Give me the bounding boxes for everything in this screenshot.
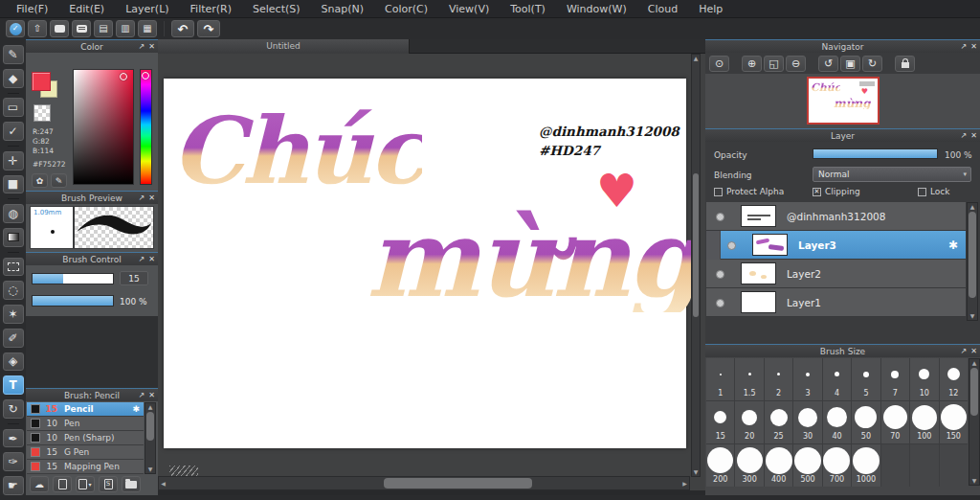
fit-screen-button[interactable]: ◱ xyxy=(764,56,784,72)
brush-size-option[interactable]: 700 xyxy=(823,444,851,487)
scroll-down-icon[interactable]: ▼ xyxy=(968,312,977,320)
palette-button[interactable]: ✿ xyxy=(32,173,48,188)
scroll-thumb[interactable] xyxy=(970,368,978,416)
brush-size-value[interactable]: 15 xyxy=(120,271,148,285)
magic-wand-tool[interactable]: ✶ xyxy=(3,305,24,324)
blending-dropdown[interactable]: Normal ▾ xyxy=(813,167,971,182)
menu-edit[interactable]: Edit(E) xyxy=(58,2,115,16)
menu-file[interactable]: File(F) xyxy=(6,2,58,16)
canvas-vertical-scrollbar[interactable]: ▲ ▼ xyxy=(691,54,701,477)
brush-size-option[interactable]: 2 xyxy=(765,358,792,400)
layer-visible-dot[interactable] xyxy=(716,213,724,221)
menu-snap[interactable]: Snap(N) xyxy=(311,2,375,16)
close-icon[interactable]: ✕ xyxy=(148,391,155,399)
redo-button[interactable]: ↷ xyxy=(197,20,220,37)
shape-tool[interactable]: ▭ xyxy=(3,98,24,117)
brush-size-option[interactable]: 500 xyxy=(793,444,821,487)
brush-size-slider[interactable] xyxy=(32,273,114,284)
gear-icon[interactable]: ✱ xyxy=(132,404,140,414)
select-pen-tool[interactable]: ✐ xyxy=(3,329,24,348)
brush-row-pen-sharp[interactable]: 10 Pen (Sharp) xyxy=(27,431,144,445)
brush-size-option[interactable]: 10 xyxy=(910,358,938,400)
move-tool[interactable]: ✛ xyxy=(3,151,24,170)
canvas-horizontal-scrollbar[interactable]: ◀ ▶ xyxy=(158,476,690,490)
brush-size-option[interactable]: 100 xyxy=(910,401,938,443)
brush-size-scrollbar[interactable]: ▲ ▼ xyxy=(969,358,980,486)
select-eraser-tool[interactable]: ◈ xyxy=(3,352,24,372)
brush-cloud-button[interactable]: ☁ xyxy=(30,476,49,492)
scroll-right-icon[interactable]: ▶ xyxy=(680,477,689,489)
gradient-tool[interactable] xyxy=(3,228,24,247)
scroll-thumb[interactable] xyxy=(384,478,532,489)
detach-icon[interactable]: ↗ xyxy=(961,131,968,140)
menu-help[interactable]: Help xyxy=(688,2,733,16)
lock-checkbox[interactable]: Lock xyxy=(918,187,950,196)
close-icon[interactable]: ✕ xyxy=(148,255,155,263)
brush-size-option[interactable]: 200 xyxy=(706,444,734,487)
comment-button[interactable] xyxy=(50,20,69,37)
reset-view-button[interactable]: ▣ xyxy=(840,56,860,72)
eraser-tool[interactable]: ◆ xyxy=(3,69,24,88)
layer-visible-dot[interactable] xyxy=(716,299,724,307)
menu-filter[interactable]: Filter(R) xyxy=(180,2,242,16)
layer-opacity-slider[interactable] xyxy=(813,148,938,159)
navigator-thumbnail[interactable]: Chúc mừng ♥ xyxy=(807,77,880,125)
menu-layer[interactable]: Layer(L) xyxy=(115,2,179,16)
brush-size-option[interactable]: 30 xyxy=(793,401,821,443)
layer-row-layer2[interactable]: Layer2 xyxy=(706,260,966,288)
brush-size-option[interactable]: 5 xyxy=(852,358,880,400)
brush-size-option[interactable]: 1 xyxy=(706,358,734,400)
scroll-thumb[interactable] xyxy=(969,212,976,298)
zoom-actual-button[interactable]: ⊙ xyxy=(709,56,729,72)
scroll-up-icon[interactable]: ▲ xyxy=(969,359,979,367)
layer-visible-dot[interactable] xyxy=(727,241,736,250)
publish-button[interactable]: ⇧ xyxy=(28,20,47,37)
brush-tool[interactable]: ✎ xyxy=(3,45,24,64)
brush-size-option[interactable]: 40 xyxy=(823,401,851,443)
brush-size-option[interactable]: 300 xyxy=(735,444,763,487)
menu-color[interactable]: Color(C) xyxy=(374,2,438,16)
scroll-up-icon[interactable]: ▲ xyxy=(145,403,155,411)
close-icon[interactable]: ✕ xyxy=(148,193,155,202)
protect-alpha-checkbox[interactable]: Protect Alpha xyxy=(714,187,784,196)
brush-size-option[interactable]: 1.5 xyxy=(735,358,763,400)
rotate-tool[interactable]: ↻ xyxy=(3,399,24,419)
detach-icon[interactable]: ↗ xyxy=(139,255,145,263)
fill-rect-tool[interactable]: ■ xyxy=(3,175,24,194)
brush-size-option[interactable]: 25 xyxy=(765,401,792,443)
add-brush-menu-button[interactable]: ▾ xyxy=(76,476,95,492)
document-list-button[interactable]: ▥ xyxy=(116,20,135,37)
layer-row-layer1[interactable]: Layer1 xyxy=(706,288,966,317)
brush-size-option[interactable]: 7 xyxy=(881,358,909,400)
menu-cloud[interactable]: Cloud xyxy=(637,2,688,16)
scroll-thumb[interactable] xyxy=(146,412,154,441)
brush-size-option[interactable]: 12 xyxy=(940,358,968,400)
menu-view[interactable]: View(V) xyxy=(438,2,500,16)
comment-list-button[interactable] xyxy=(72,20,91,37)
close-icon[interactable]: ✕ xyxy=(970,131,977,140)
detach-icon[interactable]: ↗ xyxy=(139,42,145,51)
brush-row-gpen[interactable]: 15 G Pen xyxy=(27,445,144,460)
layer-visible-dot[interactable] xyxy=(716,270,724,279)
close-icon[interactable]: ✕ xyxy=(970,42,977,51)
brush-size-option[interactable]: 400 xyxy=(765,444,792,487)
select-rect-tool[interactable] xyxy=(3,258,24,277)
lock-view-button[interactable] xyxy=(895,56,915,72)
bucket-tool[interactable]: ◍ xyxy=(3,204,24,223)
eyedropper-tool[interactable]: ✒ xyxy=(3,429,24,448)
scroll-down-icon[interactable]: ▼ xyxy=(969,477,979,485)
brush-list-scrollbar[interactable]: ▲ ▼ xyxy=(145,402,156,474)
brush-row-mapping-pen[interactable]: 15 Mapping Pen xyxy=(27,460,144,474)
rotate-cw-button[interactable]: ↻ xyxy=(862,56,882,72)
brush-folder-button[interactable] xyxy=(122,476,141,492)
brush-row-pencil[interactable]: 15 Pencil ✱ xyxy=(27,402,144,417)
rotate-ccw-button[interactable]: ↺ xyxy=(818,56,838,72)
undo-button[interactable]: ↶ xyxy=(171,20,194,37)
hue-slider[interactable] xyxy=(140,69,152,185)
script-brush-button[interactable]: S xyxy=(99,476,118,492)
polyline-tool[interactable]: ✓ xyxy=(3,122,24,141)
canvas-viewport[interactable]: Untitled Chúc mừng @dinhmanh312008 #HD24… xyxy=(158,39,705,500)
close-icon[interactable]: ✕ xyxy=(970,347,977,355)
scroll-up-icon[interactable]: ▲ xyxy=(968,203,977,211)
pen-tool[interactable]: ✑ xyxy=(3,452,24,471)
